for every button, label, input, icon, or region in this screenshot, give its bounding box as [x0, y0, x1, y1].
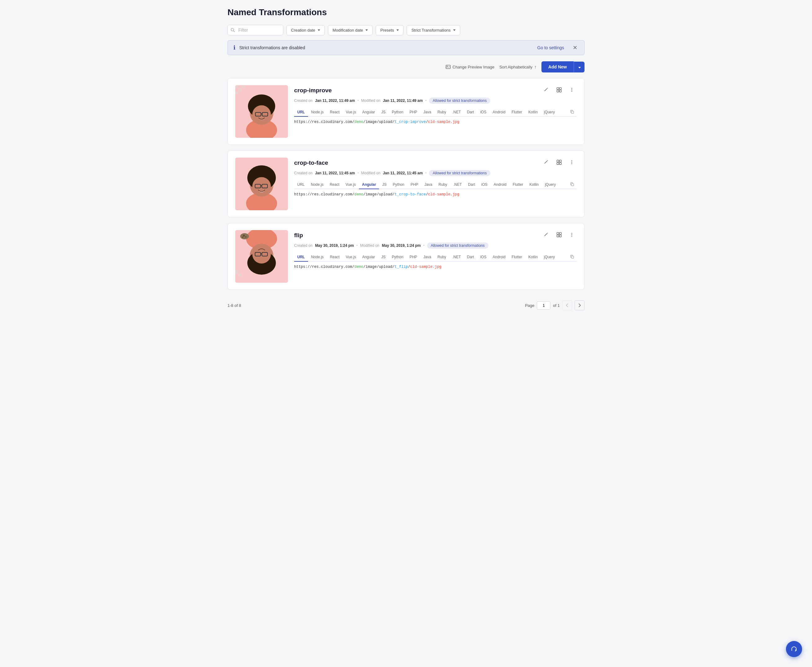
transform-button-crop-improve[interactable]: [554, 85, 564, 96]
svg-point-38: [571, 164, 572, 164]
chevron-left-icon: [566, 304, 568, 307]
lang-tab-angular[interactable]: Angular: [359, 181, 379, 189]
card-body-crop-improve: crop-improve: [294, 85, 577, 124]
lang-tab-ios[interactable]: iOS: [478, 181, 491, 189]
lang-tab-jquery[interactable]: jQuery: [541, 253, 558, 262]
search-input[interactable]: [228, 25, 283, 35]
add-new-wrap: Add New: [541, 61, 584, 73]
lang-tab-php[interactable]: PHP: [406, 253, 420, 262]
lang-tab-angular[interactable]: Angular: [359, 253, 378, 262]
lang-tab-ruby[interactable]: Ruby: [436, 181, 450, 189]
sort-asc-icon: ↑: [534, 65, 536, 70]
lang-tab-react[interactable]: React: [327, 108, 343, 117]
lang-tab-js[interactable]: JS: [378, 253, 389, 262]
banner-close-button[interactable]: ✕: [571, 44, 579, 51]
more-button-flip[interactable]: [567, 231, 577, 240]
more-button-crop-to-face[interactable]: [567, 158, 577, 168]
creation-date-filter[interactable]: Creation date: [286, 25, 325, 35]
lang-tab-php[interactable]: PHP: [406, 108, 420, 117]
lang-tab-java[interactable]: Java: [420, 108, 434, 117]
lang-tab-ruby[interactable]: Ruby: [434, 253, 449, 262]
lang-tab-node-js[interactable]: Node.js: [308, 253, 327, 262]
copy-url-button-crop-to-face[interactable]: [567, 181, 577, 189]
lang-tab-angular[interactable]: Angular: [359, 108, 378, 117]
lang-tab-ios[interactable]: iOS: [477, 108, 489, 117]
add-new-dropdown-button[interactable]: [574, 61, 584, 73]
strict-transformations-filter[interactable]: Strict Transformations: [407, 25, 460, 35]
lang-tab-android[interactable]: Android: [491, 181, 509, 189]
pagination-bar: 1-8 of 8 Page of 1: [228, 295, 584, 315]
pagination-controls: Page of 1: [525, 300, 584, 310]
lang-tab-android[interactable]: Android: [489, 253, 508, 262]
transformation-preview-flip: [235, 230, 288, 283]
lang-tab-react[interactable]: React: [327, 181, 343, 189]
card-actions: [541, 230, 577, 241]
chevron-down-icon: [578, 67, 581, 68]
go-to-settings-link[interactable]: Go to settings: [537, 45, 564, 50]
lang-tab-java[interactable]: Java: [421, 181, 435, 189]
previous-page-button[interactable]: [562, 300, 572, 310]
svg-rect-16: [557, 88, 559, 90]
lang-tab-node-js[interactable]: Node.js: [308, 181, 327, 189]
lang-tab-kotlin[interactable]: Kotlin: [525, 108, 541, 117]
edit-button-flip[interactable]: [541, 231, 551, 240]
lang-tab-dart[interactable]: Dart: [464, 108, 477, 117]
lang-tab-android[interactable]: Android: [489, 108, 508, 117]
next-page-button[interactable]: [575, 300, 584, 310]
svg-rect-5: [235, 85, 238, 88]
more-button-crop-improve[interactable]: [567, 85, 577, 95]
edit-button-crop-to-face[interactable]: [541, 158, 551, 168]
lang-tab-php[interactable]: PHP: [408, 181, 421, 189]
lang-tab--net[interactable]: .NET: [450, 181, 465, 189]
transform-button-flip[interactable]: [554, 230, 564, 241]
lang-tab-url[interactable]: URL: [294, 253, 308, 262]
lang-tab-dart[interactable]: Dart: [465, 181, 478, 189]
lang-tab-jquery[interactable]: jQuery: [542, 181, 559, 189]
add-new-button[interactable]: Add New: [541, 61, 574, 73]
lang-tab-kotlin[interactable]: Kotlin: [526, 181, 542, 189]
lang-tab-flutter[interactable]: Flutter: [509, 181, 526, 189]
card-body-flip: flip: [294, 230, 577, 269]
svg-point-60: [571, 236, 572, 237]
banner-text: Strict transformations are disabled: [239, 45, 534, 50]
svg-rect-61: [571, 256, 574, 258]
image-icon: [446, 65, 451, 69]
lang-tab-python[interactable]: Python: [389, 181, 407, 189]
lang-tab-kotlin[interactable]: Kotlin: [525, 253, 541, 262]
lang-tab-react[interactable]: React: [327, 253, 343, 262]
lang-tab-jquery[interactable]: jQuery: [541, 108, 558, 117]
lang-tab-ruby[interactable]: Ruby: [434, 108, 449, 117]
strict-badge-crop-improve: Allowed for strict transformations: [429, 98, 490, 104]
lang-tab-flutter[interactable]: Flutter: [509, 253, 525, 262]
lang-tab-url[interactable]: URL: [294, 108, 308, 117]
lang-tab--net[interactable]: .NET: [449, 108, 464, 117]
lang-tabs-crop-improve: URLNode.jsReactVue.jsAngularJSPythonPHPJ…: [294, 108, 577, 117]
presets-filter[interactable]: Presets: [376, 25, 404, 35]
lang-tab-js[interactable]: JS: [379, 181, 389, 189]
lang-tab-vue-js[interactable]: Vue.js: [343, 181, 359, 189]
page-input[interactable]: [537, 301, 551, 310]
copy-url-button-flip[interactable]: [567, 253, 577, 261]
lang-tab-ios[interactable]: iOS: [477, 253, 489, 262]
lang-tab-vue-js[interactable]: Vue.js: [343, 253, 359, 262]
copy-url-button-crop-improve[interactable]: [567, 108, 577, 116]
lang-tab-vue-js[interactable]: Vue.js: [343, 108, 359, 117]
lang-tab--net[interactable]: .NET: [449, 253, 464, 262]
lang-tab-dart[interactable]: Dart: [464, 253, 477, 262]
lang-tab-node-js[interactable]: Node.js: [308, 108, 327, 117]
transformation-card-flip: flip: [228, 223, 584, 290]
lang-tab-js[interactable]: JS: [378, 108, 389, 117]
change-preview-button[interactable]: Change Preview Image: [446, 65, 494, 70]
edit-button-crop-improve[interactable]: [541, 85, 551, 95]
lang-tab-url[interactable]: URL: [294, 181, 308, 189]
transform-button-crop-to-face[interactable]: [554, 158, 564, 168]
lang-tab-python[interactable]: Python: [389, 108, 406, 117]
modification-date-filter[interactable]: Modification date: [328, 25, 373, 35]
card-body-crop-to-face: crop-to-face: [294, 158, 577, 197]
lang-tab-java[interactable]: Java: [420, 253, 434, 262]
sort-alphabetically-button[interactable]: Sort Alphabetically ↑: [499, 65, 536, 70]
lang-tab-python[interactable]: Python: [389, 253, 406, 262]
lang-tab-flutter[interactable]: Flutter: [509, 108, 525, 117]
svg-rect-57: [559, 235, 561, 237]
transformations-list: crop-improve: [228, 78, 584, 290]
